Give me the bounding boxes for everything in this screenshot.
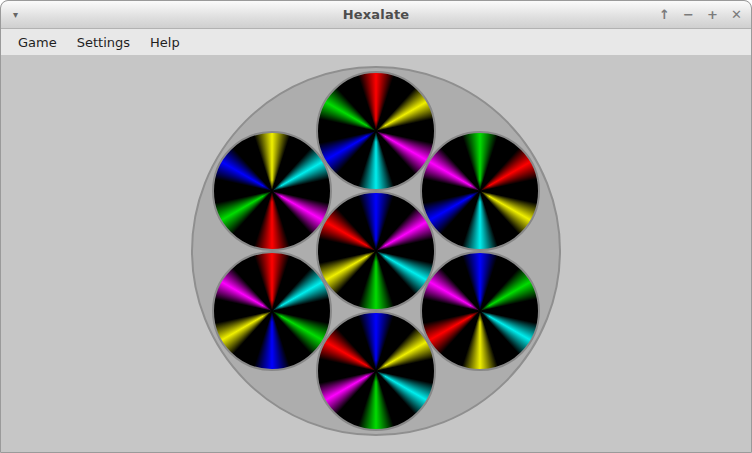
menubar: Game Settings Help bbox=[1, 29, 751, 55]
close-button[interactable]: ✕ bbox=[729, 6, 744, 24]
window-controls: ↑ − + ✕ bbox=[657, 1, 744, 28]
maximize-button[interactable]: + bbox=[705, 6, 720, 24]
minimize-button[interactable]: − bbox=[681, 6, 696, 24]
titlebar: ▾ Hexalate ↑ − + ✕ bbox=[1, 1, 751, 29]
wheel-bottom-left[interactable] bbox=[212, 251, 332, 371]
wheel-center[interactable] bbox=[316, 191, 436, 311]
menu-settings[interactable]: Settings bbox=[67, 32, 140, 53]
game-area bbox=[1, 55, 751, 452]
shade-button[interactable]: ↑ bbox=[657, 6, 672, 24]
window-title: Hexalate bbox=[343, 7, 410, 22]
wheel-top-right[interactable] bbox=[420, 131, 540, 251]
wheel-top-left[interactable] bbox=[212, 131, 332, 251]
wheel-top[interactable] bbox=[316, 71, 436, 191]
menu-game[interactable]: Game bbox=[8, 32, 67, 53]
hexalate-window: ▾ Hexalate ↑ − + ✕ Game Settings Help bbox=[0, 0, 752, 453]
menu-help[interactable]: Help bbox=[140, 32, 190, 53]
window-menu-icon[interactable]: ▾ bbox=[13, 9, 18, 20]
wheel-bottom-right[interactable] bbox=[420, 251, 540, 371]
wheel-bottom[interactable] bbox=[316, 311, 436, 431]
